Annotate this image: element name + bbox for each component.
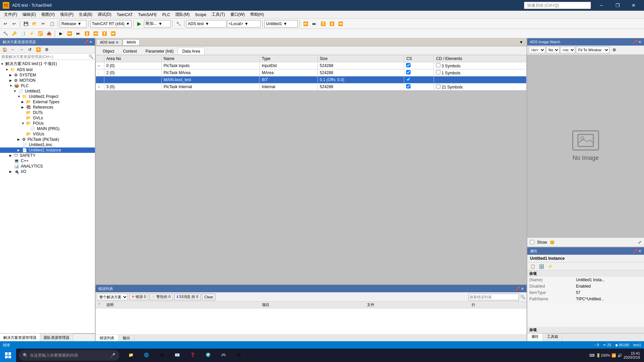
clear-btn[interactable]: Clear	[202, 294, 215, 300]
data-area-tab[interactable]: Data Area	[178, 48, 204, 55]
menu-project[interactable]: 项目(P)	[57, 11, 76, 19]
toolbar-debug-3[interactable]: ⏬	[319, 20, 327, 27]
tb2-run-1[interactable]: ▶	[57, 30, 65, 37]
solution-explorer-tab[interactable]: 解决方案资源管理器	[0, 334, 40, 341]
row3-cs-checkbox[interactable]	[406, 77, 411, 81]
menu-view[interactable]: 视图(V)	[39, 11, 57, 19]
taskbar-store[interactable]: 🛍	[154, 349, 169, 362]
project-dropdown[interactable]: ADS test ▼	[186, 20, 226, 27]
row1-expand[interactable]: +	[96, 62, 104, 69]
close-panel-icon[interactable]: ✕	[89, 40, 92, 44]
row4-cs[interactable]	[404, 83, 434, 90]
run-button[interactable]: ▶	[135, 20, 143, 27]
row4-cd-checkbox[interactable]	[436, 84, 440, 88]
message-count-btn[interactable]: ℹ 33消息 的 0	[174, 294, 201, 300]
taskbar-game[interactable]: 🎮	[216, 349, 231, 362]
menu-twinsafe[interactable]: TwinSAFE	[136, 11, 160, 19]
error-search-icon[interactable]: 🔍	[520, 295, 525, 299]
tb2-btn-5[interactable]: 🔁	[36, 30, 44, 37]
start-button[interactable]	[0, 349, 16, 362]
explorer-settings[interactable]: ⚙	[43, 46, 51, 53]
tree-plc[interactable]: ▼ 📦 PLC	[0, 83, 95, 88]
tb2-btn-6[interactable]: 📤	[45, 30, 53, 37]
tray-network[interactable]: 📶	[611, 353, 616, 358]
tb2-run-6[interactable]: ⏬	[100, 30, 108, 37]
menu-plc[interactable]: PLC	[160, 11, 173, 19]
system-clock[interactable]: 15:41 2020/3/16	[624, 351, 640, 359]
row1-cd-checkbox[interactable]	[436, 63, 440, 67]
taskbar-explorer[interactable]: 📁	[123, 349, 138, 362]
target-dropdown[interactable]: <Local> ▼	[227, 20, 261, 27]
toolbar-btn-7[interactable]: 🔧	[174, 20, 182, 27]
tree-untitled1-tmc[interactable]: 📄 Untitled1.tmc	[0, 142, 95, 147]
tb2-btn-1[interactable]: 🔨	[1, 30, 9, 37]
properties-tab[interactable]: 属性	[527, 334, 543, 341]
close-ads-icon[interactable]: ✕	[638, 40, 641, 44]
prop-disabled-value[interactable]: Enabled	[574, 283, 644, 290]
menu-build[interactable]: 生成(B)	[76, 11, 95, 19]
explorer-back[interactable]: ←	[9, 46, 17, 53]
taskbar-mail[interactable]: 📧	[170, 349, 184, 362]
toolbar-btn-6[interactable]: 📋	[48, 20, 56, 27]
toolbar-btn-3[interactable]: 💾	[22, 20, 30, 27]
explorer-refresh[interactable]: ↺	[26, 46, 34, 53]
ads-dd3[interactable]: <nc>	[560, 47, 575, 53]
tray-battery[interactable]: 🔋100%	[596, 353, 610, 358]
tab-dropdown-btn[interactable]: ▼	[517, 40, 526, 45]
tb2-btn-2[interactable]: 🔑	[10, 30, 18, 37]
tree-visus[interactable]: 📂 VISUs	[0, 131, 95, 137]
menu-help[interactable]: 帮助(H)	[248, 11, 267, 19]
menu-scope[interactable]: Scope	[192, 11, 209, 19]
ads-dd2[interactable]: No	[546, 47, 559, 53]
error-list-tab[interactable]: 错误列表	[96, 335, 119, 341]
row2-cd-checkbox[interactable]	[436, 70, 440, 74]
toolbar-btn-5[interactable]: ✂	[39, 20, 47, 27]
toolbar-btn-1[interactable]: ↩	[1, 20, 9, 27]
taskbar-word[interactable]: W	[231, 349, 246, 362]
tb2-run-4[interactable]: ⏫	[83, 30, 91, 37]
ads-settings-btn[interactable]: ⚙	[610, 46, 618, 54]
tb2-btn-3[interactable]: 📑	[19, 30, 27, 37]
ads-expand-icon[interactable]: ⤢	[638, 240, 641, 245]
ads-test-tab[interactable]: ADS test ✕	[96, 39, 122, 45]
tree-pous[interactable]: ▼ 📂 POUs	[0, 121, 95, 126]
tree-untitled1-project[interactable]: ▼ 📁 Untitled1 Project	[0, 94, 95, 99]
platform-dropdown[interactable]: TwinCAT RT (x64) ▼	[90, 20, 131, 27]
tree-main-prg[interactable]: 📄 MAIN (PRG)	[0, 126, 95, 131]
explorer-home[interactable]: 🏠	[1, 46, 9, 53]
menu-file[interactable]: 文件(F)	[1, 11, 20, 19]
tree-gvls[interactable]: 📂 GVLs	[0, 115, 95, 121]
tree-plctask[interactable]: ▶ ⚙ PlcTask (PlcTask)	[0, 137, 95, 142]
explorer-filter[interactable]: 🔽	[34, 46, 42, 53]
explorer-forward[interactable]: →	[17, 46, 25, 53]
row2-expand[interactable]: -	[96, 69, 104, 76]
tree-system[interactable]: ▶ ⚙ SYSTEM	[0, 72, 95, 78]
row4-cs-checkbox[interactable]	[406, 84, 411, 88]
restore-button[interactable]: ❐	[610, 0, 625, 11]
tb2-run-2[interactable]: ⏩	[65, 30, 73, 37]
toolbar-btn-4[interactable]: 📂	[31, 20, 39, 27]
quick-launch-input[interactable]	[524, 2, 591, 9]
main-tab[interactable]: MAIN	[123, 39, 140, 45]
pin-error-icon[interactable]: 📌	[516, 287, 520, 291]
ads-dd1[interactable]: <lo>	[529, 47, 545, 53]
menu-edit[interactable]: 编辑(E)	[20, 11, 39, 19]
pin-ads-icon[interactable]: 📌	[633, 40, 638, 44]
close-props-icon[interactable]: ✕	[638, 249, 641, 253]
attach-dropdown[interactable]: 附加... ▼	[144, 20, 171, 27]
tb2-btn-4[interactable]: ⚡	[28, 30, 36, 37]
error-search-input[interactable]	[469, 294, 519, 300]
object-tab[interactable]: Object	[98, 48, 119, 55]
table-row-highlighted[interactable]: MAIN.bool_test BIT 0.1 (Offs: 0.0)	[96, 76, 527, 83]
menu-window[interactable]: 窗口(W)	[228, 11, 248, 19]
row1-cs-checkbox[interactable]	[406, 63, 411, 67]
toolbar-debug-1[interactable]: ⏩	[302, 20, 310, 27]
pin-props-icon[interactable]: 📌	[633, 249, 638, 253]
tray-sound[interactable]: 🔊	[618, 353, 622, 358]
table-row[interactable]: - 2 (0) PlcTask MArea MArea 524288 1 Sym…	[96, 69, 527, 76]
warning-count-btn[interactable]: ⚠ 警告的 0	[150, 294, 173, 300]
tree-safety[interactable]: ▶ 🛡 SAFETY	[0, 153, 95, 158]
toolbar-btn-2[interactable]: ↩	[10, 20, 18, 27]
output-tab[interactable]: 输出	[119, 335, 135, 341]
table-row[interactable]: + 3 (0) PlcTask Internal Internal 524288…	[96, 83, 527, 90]
